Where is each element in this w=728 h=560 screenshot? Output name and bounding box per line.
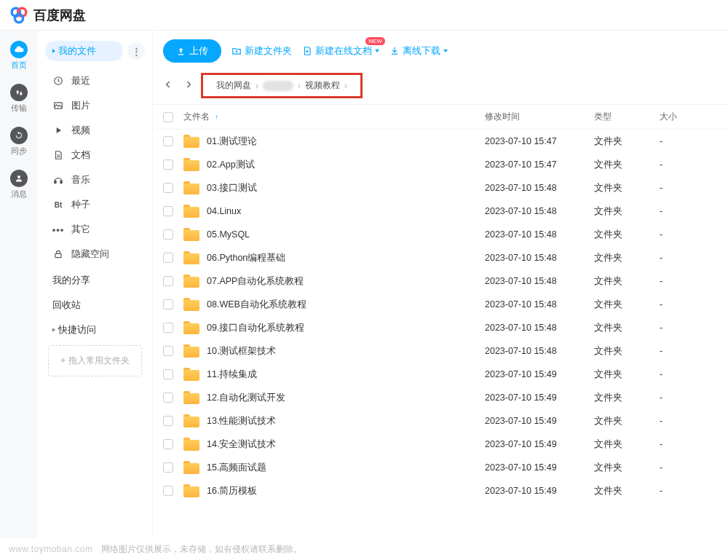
file-time: 2023-07-10 15:47 <box>485 159 594 170</box>
col-type[interactable]: 类型 <box>594 111 660 123</box>
row-checkbox[interactable] <box>163 462 173 473</box>
bt-icon: Bt <box>52 201 64 209</box>
file-type: 文件夹 <box>594 205 660 218</box>
row-checkbox[interactable] <box>163 183 173 193</box>
sidebar-item-clock[interactable]: 最近 <box>45 68 145 93</box>
table-row[interactable]: 09.接口自动化系统教程2023-07-10 15:48文件夹- <box>153 316 728 339</box>
file-size: - <box>660 159 718 170</box>
sidebar-item-image[interactable]: 图片 <box>45 93 145 118</box>
sidebar-item-bt[interactable]: Bt种子 <box>45 192 145 217</box>
breadcrumb-root[interactable]: 我的网盘 <box>216 79 251 92</box>
file-size: - <box>660 299 718 309</box>
row-checkbox[interactable] <box>163 346 173 356</box>
row-checkbox[interactable] <box>163 206 173 216</box>
file-type: 文件夹 <box>594 275 660 288</box>
drop-area[interactable]: + 拖入常用文件夹 <box>48 345 142 376</box>
table-row[interactable]: 04.Linux2023-07-10 15:48文件夹- <box>153 200 728 223</box>
table-row[interactable]: 10.测试框架技术2023-07-10 15:48文件夹- <box>153 339 728 363</box>
row-checkbox[interactable] <box>163 299 173 309</box>
row-checkbox[interactable] <box>163 136 173 146</box>
row-checkbox[interactable] <box>163 486 173 496</box>
file-type: 文件夹 <box>594 462 660 474</box>
rail-transfer[interactable]: 传输 <box>10 84 28 114</box>
row-checkbox[interactable] <box>163 229 173 240</box>
nav-back[interactable] <box>163 79 173 92</box>
sidebar-item-more[interactable]: •••其它 <box>45 217 145 242</box>
upload-button[interactable]: 上传 <box>163 39 221 63</box>
col-name[interactable]: 文件名 ↑ <box>183 111 485 123</box>
breadcrumb-masked[interactable] <box>263 81 293 91</box>
table-row[interactable]: 01.测试理论2023-07-10 15:47文件夹- <box>153 130 728 153</box>
sidebar-item-lock[interactable]: 隐藏空间 <box>45 242 145 267</box>
file-size: - <box>660 369 718 379</box>
table-row[interactable]: 03.接口测试2023-07-10 15:48文件夹- <box>153 176 728 200</box>
row-checkbox[interactable] <box>163 253 173 263</box>
row-checkbox[interactable] <box>163 159 173 170</box>
table-row[interactable]: 14.安全测试技术2023-07-10 15:49文件夹- <box>153 433 728 456</box>
file-size: - <box>660 346 718 356</box>
row-checkbox[interactable] <box>163 439 173 449</box>
table-row[interactable]: 08.WEB自动化系统教程2023-07-10 15:48文件夹- <box>153 293 728 316</box>
file-time: 2023-07-10 15:49 <box>485 393 594 403</box>
row-checkbox[interactable] <box>163 323 173 333</box>
folder-icon <box>183 251 199 264</box>
sidebar-share[interactable]: 我的分享 <box>45 267 145 291</box>
breadcrumb: 我的网盘 › › 视频教程 › <box>201 73 363 98</box>
logo-wrap: 百度网盘 <box>9 5 86 25</box>
file-name: 11.持续集成 <box>207 368 257 381</box>
sidebar-trash[interactable]: 回收站 <box>45 291 145 316</box>
sidebar-item-music[interactable]: 音乐 <box>45 167 145 192</box>
file-list[interactable]: 01.测试理论2023-07-10 15:47文件夹-02.App测试2023-… <box>153 130 728 538</box>
new-folder-button[interactable]: 新建文件夹 <box>232 44 292 58</box>
chevron-down-icon <box>375 50 379 52</box>
file-time: 2023-07-10 15:49 <box>485 439 594 449</box>
new-online-doc-button[interactable]: 新建在线文档 NEW <box>302 44 379 58</box>
file-time: 2023-07-10 15:48 <box>485 276 594 286</box>
sidebar-item-video[interactable]: 视频 <box>45 118 145 143</box>
breadcrumb-current[interactable]: 视频教程 <box>305 79 340 92</box>
file-size: - <box>660 439 718 449</box>
row-checkbox[interactable] <box>163 276 173 286</box>
table-row[interactable]: 06.Python编程基础2023-07-10 15:48文件夹- <box>153 246 728 269</box>
rail-message[interactable]: 消息 <box>10 170 28 200</box>
col-time[interactable]: 修改时间 <box>485 111 594 123</box>
more-button[interactable]: ⋮ <box>127 42 145 60</box>
row-checkbox[interactable] <box>163 416 173 426</box>
file-name: 08.WEB自动化系统教程 <box>207 299 306 311</box>
folder-icon <box>183 135 199 148</box>
rail-home[interactable]: 首页 <box>10 41 28 71</box>
col-size[interactable]: 大小 <box>660 111 718 123</box>
file-size: - <box>660 323 718 333</box>
breadcrumb-sep-icon: › <box>344 81 347 91</box>
folder-icon <box>183 275 199 288</box>
file-name: 15.高频面试题 <box>207 462 266 474</box>
table-row[interactable]: 05.MySQL2023-07-10 15:48文件夹- <box>153 223 728 246</box>
rail-label: 同步 <box>11 146 27 157</box>
table-row[interactable]: 12.自动化测试开发2023-07-10 15:49文件夹- <box>153 386 728 409</box>
rail-sync[interactable]: 同步 <box>10 127 28 157</box>
nav-forward[interactable] <box>183 79 194 92</box>
table-row[interactable]: 02.App测试2023-07-10 15:47文件夹- <box>153 153 728 176</box>
row-checkbox[interactable] <box>163 393 173 403</box>
sidebar-quick-access[interactable]: 快捷访问 <box>45 316 145 341</box>
caret-right-icon <box>52 328 55 332</box>
lock-icon <box>52 249 64 259</box>
table-row[interactable]: 16.简历模板2023-07-10 15:49文件夹- <box>153 479 728 502</box>
folder-plus-icon <box>232 46 242 56</box>
select-all-checkbox[interactable] <box>163 112 173 122</box>
sidebar-current[interactable]: 我的文件 <box>45 41 123 61</box>
file-time: 2023-07-10 15:49 <box>485 486 594 496</box>
table-row[interactable]: 11.持续集成2023-07-10 15:49文件夹- <box>153 363 728 386</box>
file-time: 2023-07-10 15:48 <box>485 206 594 216</box>
file-size: - <box>660 206 718 216</box>
table-row[interactable]: 13.性能测试技术2023-07-10 15:49文件夹- <box>153 409 728 433</box>
footer: www.toymoban.com 网络图片仅供展示，未存储，如有侵权请联系删除。 <box>0 538 728 560</box>
offline-download-button[interactable]: 离线下载 <box>389 44 448 58</box>
row-checkbox[interactable] <box>163 369 173 379</box>
file-size: - <box>660 253 718 263</box>
rail-label: 传输 <box>11 103 27 114</box>
table-row[interactable]: 15.高频面试题2023-07-10 15:49文件夹- <box>153 456 728 479</box>
table-row[interactable]: 07.APP自动化系统教程2023-07-10 15:48文件夹- <box>153 269 728 293</box>
file-name: 02.App测试 <box>207 159 255 171</box>
sidebar-item-doc[interactable]: 文档 <box>45 143 145 167</box>
